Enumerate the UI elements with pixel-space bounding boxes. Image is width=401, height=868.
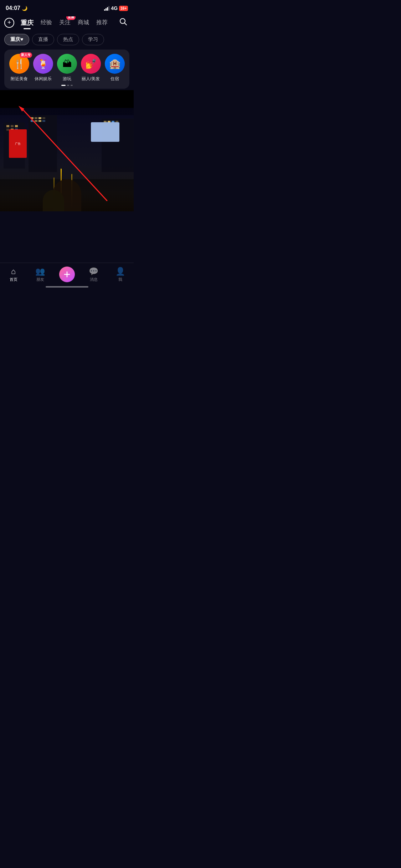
nav-profile[interactable]: 👤 我 xyxy=(107,267,134,282)
crowd-silhouettes xyxy=(0,179,134,211)
time-display: 04:07 xyxy=(6,5,20,11)
beauty-label: 丽人/美发 xyxy=(82,76,100,82)
tab-shop[interactable]: 商城 xyxy=(74,17,93,29)
category-play[interactable]: 🏔 游玩 xyxy=(57,54,77,82)
subtab-live[interactable]: 直播 xyxy=(32,34,54,45)
tab-follow[interactable]: 关注 直播 xyxy=(56,17,74,29)
play-label: 游玩 xyxy=(63,76,71,82)
home-indicator xyxy=(46,286,88,288)
messages-label: 消息 xyxy=(90,277,98,282)
black-top xyxy=(0,90,134,108)
battery-badge: 16+ xyxy=(119,6,128,11)
add-button[interactable]: + xyxy=(4,18,14,28)
nav-friends[interactable]: 👥 朋友 xyxy=(27,267,53,282)
subtab-chongqing[interactable]: 重庆♥ xyxy=(4,34,29,45)
subtab-study[interactable]: 学习 xyxy=(82,34,104,45)
category-food[interactable]: 🍴 新人专 附近美食 xyxy=(9,54,29,82)
night-scene: 广告 xyxy=(0,108,134,211)
food-label: 附近美食 xyxy=(11,76,28,82)
entertain-label: 休闲娱乐 xyxy=(35,76,52,82)
status-bar: 04:07 🌙 4G 16+ xyxy=(0,0,134,14)
building-2 xyxy=(29,115,57,172)
sub-tabs: 重庆♥ 直播 热点 学习 xyxy=(0,31,134,48)
search-button[interactable] xyxy=(117,16,129,30)
friends-icon: 👥 xyxy=(35,267,45,276)
subtab-hot[interactable]: 热点 xyxy=(57,34,79,45)
main-content-area[interactable]: 广告 xyxy=(0,90,134,211)
profile-icon: 👤 xyxy=(115,267,125,276)
nav-add-post[interactable] xyxy=(53,267,80,282)
messages-icon: 💬 xyxy=(89,267,98,276)
page-indicator xyxy=(4,85,129,86)
friends-label: 朋友 xyxy=(36,277,44,282)
red-billboard: 广告 xyxy=(9,129,27,158)
tab-recommend[interactable]: 推荐 xyxy=(93,17,111,29)
dot-3 xyxy=(71,85,73,86)
entertain-icon: 🍹 xyxy=(33,54,53,74)
moon-icon: 🌙 xyxy=(22,6,27,11)
nav-home[interactable]: ⌂ 首页 xyxy=(0,267,27,282)
category-section: 🍴 新人专 附近美食 🍹 休闲娱乐 🏔 游玩 💅 丽人/美发 � xyxy=(4,50,129,89)
food-icon: 🍴 新人专 xyxy=(9,54,29,74)
beauty-icon: 💅 xyxy=(81,54,101,74)
tab-chongqing[interactable]: 重庆 xyxy=(17,16,37,29)
category-beauty[interactable]: 💅 丽人/美发 xyxy=(81,54,101,82)
home-icon: ⌂ xyxy=(11,267,16,276)
add-post-button[interactable] xyxy=(59,267,75,282)
top-nav: + 重庆 经验 关注 直播 商城 推荐 xyxy=(0,14,134,31)
screen-billboard xyxy=(91,122,119,142)
category-stay[interactable]: 🏨 住宿 xyxy=(105,54,125,82)
svg-line-1 xyxy=(124,23,127,25)
category-entertain[interactable]: 🍹 休闲娱乐 xyxy=(33,54,53,82)
nav-messages[interactable]: 💬 消息 xyxy=(80,267,107,282)
status-left: 04:07 🌙 xyxy=(6,5,27,11)
profile-label: 我 xyxy=(118,277,122,282)
new-badge-food: 新人专 xyxy=(20,52,32,58)
stay-label: 住宿 xyxy=(110,76,119,82)
home-label: 首页 xyxy=(10,277,17,282)
nav-tabs: 重庆 经验 关注 直播 商城 推荐 xyxy=(17,16,117,29)
category-grid: 🍴 新人专 附近美食 🍹 休闲娱乐 🏔 游玩 💅 丽人/美发 � xyxy=(4,54,129,82)
signal-icon xyxy=(104,6,109,11)
play-icon: 🏔 xyxy=(57,54,77,74)
dot-2 xyxy=(67,85,69,86)
bottom-nav: ⌂ 首页 👥 朋友 💬 消息 👤 我 xyxy=(0,263,134,289)
tab-experience[interactable]: 经验 xyxy=(37,17,56,29)
network-label: 4G xyxy=(111,5,118,11)
dot-1 xyxy=(61,85,66,86)
stay-icon: 🏨 xyxy=(105,54,125,74)
status-right: 4G 16+ xyxy=(104,5,128,11)
